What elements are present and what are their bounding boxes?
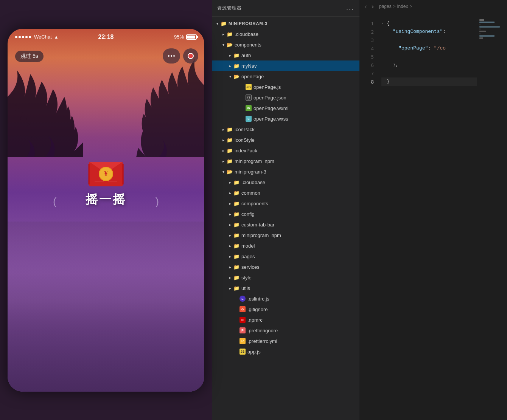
explorer-more-button[interactable]: ... xyxy=(346,4,354,12)
tree-model[interactable]: 📁 model xyxy=(212,240,359,251)
minimap-line-4 xyxy=(479,26,500,28)
shake-text: 摇一摇 xyxy=(86,191,126,208)
explorer-tree[interactable]: 📁 MINIPROGRAM-3 📁 .cloudbase 📂 component… xyxy=(212,17,359,420)
minimap-line-1 xyxy=(479,19,484,21)
tree-components-2[interactable]: 📁 components xyxy=(212,198,359,209)
iconpack-folder-icon: 📁 xyxy=(226,126,233,133)
nav-back-button[interactable]: ‹ xyxy=(363,1,369,12)
editor-content: 1 2 3 4 5 6 7 8 ▾ { "usingComponents" : xyxy=(359,13,507,420)
tree-cloudbase-2[interactable]: 📁 .cloudbase xyxy=(212,177,359,188)
tree-common[interactable]: 📁 common xyxy=(212,188,359,198)
tree-custom-tab-bar[interactable]: 📁 custom-tab-bar xyxy=(212,219,359,230)
battery-text: 95% xyxy=(174,34,184,40)
prettier2-icon: P xyxy=(239,338,246,344)
tree-pages[interactable]: 📁 pages xyxy=(212,251,359,262)
explorer-header: 资源管理器 ... xyxy=(212,0,359,17)
tree-openpage-js[interactable]: JS openPage.js xyxy=(212,82,359,92)
line-numbers: 1 2 3 4 5 6 7 8 xyxy=(359,13,378,420)
tree-arrow-utils xyxy=(227,285,233,291)
record-button[interactable] xyxy=(183,48,198,64)
skip-button[interactable]: 跳过 5s xyxy=(15,51,44,62)
tree-indexpack[interactable]: 📁 indexPack xyxy=(212,145,359,156)
minnpm1-label: miniprogram_npm xyxy=(235,158,356,164)
openpage-js-label: openPage.js xyxy=(254,84,356,90)
red-envelope-container[interactable]: ¥ 摇一摇 xyxy=(86,154,126,208)
no-arrow-wxss xyxy=(239,116,245,122)
model-label: model xyxy=(241,243,356,249)
line-num-3: 3 xyxy=(359,36,378,44)
tree-auth[interactable]: 📁 auth xyxy=(212,50,359,60)
cloudbase2-folder-icon: 📁 xyxy=(233,179,240,186)
tree-services[interactable]: 📁 services xyxy=(212,262,359,272)
tree-root[interactable]: 📁 MINIPROGRAM-3 xyxy=(212,18,359,29)
tree-utils[interactable]: 📁 utils xyxy=(212,283,359,293)
editor-nav-bar: ‹ › pages > index > xyxy=(359,0,507,13)
tree-miniprogram3[interactable]: 📂 miniprogram-3 xyxy=(212,166,359,177)
minimap-line-3 xyxy=(479,24,481,25)
tree-openpage-wxss[interactable]: S openPage.wxss xyxy=(212,113,359,124)
tree-openpage[interactable]: 📂 openPage xyxy=(212,71,359,82)
npmrc-label: .npmrc xyxy=(247,317,356,323)
tree-miniprogram-npm-1[interactable]: 📁 miniprogram_npm xyxy=(212,156,359,166)
tree-components-1[interactable]: 📂 components xyxy=(212,39,359,50)
tree-arrow-openpage xyxy=(227,73,233,79)
code-line-1: ▾ { xyxy=(381,19,477,28)
tree-miniprogram-npm-2[interactable]: 📁 miniprogram_npm xyxy=(212,230,359,240)
tree-style[interactable]: 📁 style xyxy=(212,272,359,283)
mini3-label: miniprogram-3 xyxy=(235,169,356,175)
tree-arrow-cloudbase2 xyxy=(227,179,233,185)
minimap-line-8 xyxy=(479,35,495,37)
openpage-wxml-label: openPage.wxml xyxy=(254,105,356,111)
tree-arrow-mini3 xyxy=(220,169,226,175)
tree-prettierignore[interactable]: P .prettierignore xyxy=(212,325,359,336)
openpage-folder-icon: 📂 xyxy=(233,73,240,80)
openpage-label: openPage xyxy=(241,74,356,79)
tree-eslintrc[interactable]: E .eslintrc.js xyxy=(212,293,359,304)
more-options-button[interactable] xyxy=(163,48,180,64)
tree-arrow-common xyxy=(227,190,233,196)
breadcrumb-sep2: > xyxy=(409,4,412,9)
tree-arrow-style xyxy=(227,274,233,281)
no-arrow-git xyxy=(233,306,239,312)
minimap-line-6 xyxy=(479,31,486,32)
code-content[interactable]: ▾ { "usingComponents" : "openPage" : xyxy=(378,13,477,420)
prettierrc-label: .prettierrc.yml xyxy=(247,338,356,344)
eslint-icon: E xyxy=(239,295,246,302)
phone-panel: WeChat ▲ 22:18 95% 跳过 5s xyxy=(0,0,212,420)
openpage-json-icon: {} xyxy=(245,94,252,101)
line-num-4: 4 xyxy=(359,44,378,53)
trees-top xyxy=(8,51,204,157)
tree-mynav[interactable]: 📁 myNav xyxy=(212,60,359,71)
code-line-8: } xyxy=(381,77,477,86)
iconstyle-folder-icon: 📁 xyxy=(226,136,233,143)
water-area xyxy=(8,222,204,392)
tree-prettierrc[interactable]: P .prettierrc.yml xyxy=(212,336,359,346)
status-time: 22:18 xyxy=(98,34,114,40)
tree-openpage-json[interactable]: {} openPage.json xyxy=(212,92,359,103)
record-dot xyxy=(188,53,194,59)
tree-arrow-mynav xyxy=(227,63,233,69)
tree-arrow-services xyxy=(227,264,233,270)
tree-iconstyle[interactable]: 📁 iconStyle xyxy=(212,135,359,145)
tree-openpage-wxml[interactable]: W openPage.wxml xyxy=(212,103,359,113)
tree-iconpack[interactable]: 📁 iconPack xyxy=(212,124,359,135)
components2-label: components xyxy=(241,201,356,206)
tree-cloudbase-1[interactable]: 📁 .cloudbase xyxy=(212,29,359,39)
tree-gitignore[interactable]: G .gitignore xyxy=(212,304,359,315)
mynav-label: myNav xyxy=(241,63,356,69)
prettierignore-label: .prettierignore xyxy=(247,328,356,333)
tree-arrow-cloudbase1 xyxy=(220,31,226,37)
style-folder-icon: 📁 xyxy=(233,274,240,281)
gitignore-label: .gitignore xyxy=(247,307,356,312)
tree-appjs[interactable]: JS app.js xyxy=(212,346,359,357)
tree-config[interactable]: 📁 config xyxy=(212,209,359,219)
mynav-folder-icon: 📁 xyxy=(233,62,240,69)
tree-npmrc[interactable]: N .npmrc xyxy=(212,315,359,325)
model-folder-icon: 📁 xyxy=(233,242,240,249)
components1-label: components xyxy=(235,42,356,48)
code-line-2: "usingComponents" : xyxy=(381,28,477,36)
line-num-8: 8 xyxy=(359,77,378,86)
status-left: WeChat ▲ xyxy=(15,34,59,40)
line-num-2: 2 xyxy=(359,28,378,36)
nav-forward-button[interactable]: › xyxy=(370,1,375,12)
